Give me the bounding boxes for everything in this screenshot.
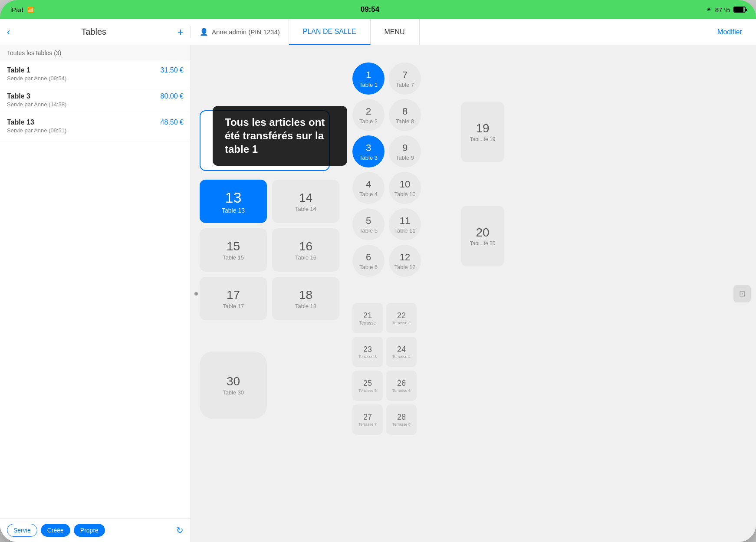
table-3-btn[interactable]: 3 Table 3 [352,135,385,168]
table-14-num: 14 [299,191,312,205]
table-21-btn[interactable]: 21 Terrasse [352,303,383,333]
table-item-amount-3: 80,00 € [161,92,184,100]
floor-plan: ⊡ Tous les articles ont été transférés s… [191,45,756,542]
device-label: iPad [10,6,23,13]
table-10-btn[interactable]: 10 Table 10 [389,172,421,204]
ipad-frame: iPad 📶 09:54 ✴ 87 % ‹ Tables + 👤 Anne ad… [0,0,756,542]
back-button[interactable]: ‹ [7,26,10,38]
user-label: Anne admin (PIN 1234) [212,28,280,36]
table-8-btn[interactable]: 8 Table 8 [389,99,421,131]
table-17-name: Table 17 [223,303,244,309]
top-nav: ‹ Tables + 👤 Anne admin (PIN 1234) PLAN … [0,19,756,45]
table-4-btn[interactable]: 4 Table 4 [352,172,385,204]
table-28-btn[interactable]: 28 Terrasse 8 [386,404,417,435]
table-13-btn[interactable]: 13 Table 13 [200,180,267,223]
table-2-btn[interactable]: 2 Table 2 [352,99,385,131]
status-bar: iPad 📶 09:54 ✴ 87 % [0,0,756,19]
table-14-btn[interactable]: 14 Table 14 [272,180,339,223]
table-15-btn[interactable]: 15 Table 15 [200,228,267,272]
table-item-amount-1: 31,50 € [161,66,184,74]
main-content: Toutes les tables (3) Table 1 Servie par… [0,45,756,542]
toast-notification: Tous les articles ont été transférés sur… [213,106,347,166]
table-14-name: Table 14 [295,206,316,212]
status-left: iPad 📶 [10,6,34,13]
table-16-btn[interactable]: 16 Table 16 [272,228,339,272]
battery-label: 87 % [715,6,730,13]
table-15-name: Table 15 [223,254,244,261]
modifier-button[interactable]: Modifier [703,19,756,45]
table-12-btn[interactable]: 12 Table 12 [389,245,421,277]
table-row-17-18: 17 Table 17 18 Table 18 [200,277,339,320]
sidebar-filters: Servie Créée Propre ↻ [0,518,191,542]
terrasse-grid: 21 Terrasse 22 Terrasse 2 23 Terrasse 3 [352,303,448,435]
tab-plan-de-salle[interactable]: PLAN DE SALLE [289,19,371,45]
table-23-btn[interactable]: 23 Terrasse 3 [352,337,383,367]
table-19-btn[interactable]: 19 Tabl...te 19 [461,102,504,162]
table-16-name: Table 16 [295,254,316,261]
table-item-1[interactable]: Table 1 Servie par Anne (09:54) 31,50 € [0,61,191,87]
filter-servie[interactable]: Servie [7,524,37,537]
table-6-btn[interactable]: 6 Table 6 [352,245,385,277]
table-item-3[interactable]: Table 3 Servie par Anne (14:38) 80,00 € [0,87,191,113]
table-row-13-14: 13 Table 13 14 Table 14 [200,180,339,223]
page-title: Tables [81,27,106,37]
table-item-server-3: Servie par Anne (14:38) [7,101,66,108]
table-item-name-3: Table 3 [7,92,66,100]
sidebar-header: Toutes les tables (3) [0,45,191,61]
tab-menu[interactable]: MENU [371,19,419,45]
table-25-btn[interactable]: 25 Terrasse 5 [352,371,383,401]
table-9-btn[interactable]: 9 Table 9 [389,135,421,168]
battery-icon [733,7,746,13]
clock: 09:54 [361,5,379,14]
table-item-name-1: Table 1 [7,66,66,74]
table-11-btn[interactable]: 11 Table 11 [389,208,421,240]
table-18-num: 18 [299,288,312,302]
fp-col-circles: 1 Table 1 7 Table 7 2 Table 2 [352,62,448,435]
table-30-name: Table 30 [223,389,244,396]
table-17-btn[interactable]: 17 Table 17 [200,277,267,320]
refresh-button[interactable]: ↻ [176,525,184,535]
table-row-15-16: 15 Table 15 16 Table 16 [200,228,339,272]
status-right: ✴ 87 % [706,6,746,13]
table-17-num: 17 [227,288,240,302]
table-item-server-1: Servie par Anne (09:54) [7,75,66,82]
table-30-btn[interactable]: 30 Table 30 [200,351,267,419]
table-item-amount-13: 48,50 € [161,118,184,126]
scroll-indicator [194,292,198,296]
table-item-name-13: Table 13 [7,118,66,126]
sidebar: Toutes les tables (3) Table 1 Servie par… [0,45,191,542]
top-nav-right: 👤 Anne admin (PIN 1234) PLAN DE SALLE ME… [191,19,756,45]
table-30-num: 30 [227,374,240,388]
bluetooth-icon: ✴ [706,6,712,13]
scroll-handle[interactable]: ⊡ [733,285,751,302]
table-22-btn[interactable]: 22 Terrasse 2 [386,303,417,333]
table-24-btn[interactable]: 24 Terrasse 4 [386,337,417,367]
filter-propre[interactable]: Propre [74,524,105,537]
table-13-name: Table 13 [222,207,245,214]
filter-creee[interactable]: Créée [41,524,70,537]
table-list: Table 1 Servie par Anne (09:54) 31,50 € … [0,61,191,518]
user-section[interactable]: 👤 Anne admin (PIN 1234) [191,19,289,45]
toast-message: Tous les articles ont été transférés sur… [225,116,325,155]
table-20-btn[interactable]: 20 Tabl...te 20 [461,206,504,266]
table-item-13[interactable]: Table 13 Servie par Anne (09:51) 48,50 € [0,113,191,139]
table-7-btn[interactable]: 7 Table 7 [389,62,421,95]
table-1-btn[interactable]: 1 Table 1 [352,62,385,95]
user-icon: 👤 [200,28,208,36]
table-13-num: 13 [225,189,242,206]
table-5-btn[interactable]: 5 Table 5 [352,208,385,240]
table-16-num: 16 [299,240,312,253]
wifi-icon: 📶 [27,7,34,13]
add-table-button[interactable]: + [177,26,184,38]
table-18-btn[interactable]: 18 Table 18 [272,277,339,320]
table-27-btn[interactable]: 27 Terrasse 7 [352,404,383,435]
top-nav-left: ‹ Tables + [0,26,191,38]
table-15-num: 15 [227,240,240,253]
table-26-btn[interactable]: 26 Terrasse 6 [386,371,417,401]
fp-col-right: 19 Tabl...te 19 20 Tabl...te 20 [461,102,504,435]
table-item-server-13: Servie par Anne (09:51) [7,127,66,134]
table-18-name: Table 18 [295,303,316,309]
nav-tabs: PLAN DE SALLE MENU [289,19,420,45]
